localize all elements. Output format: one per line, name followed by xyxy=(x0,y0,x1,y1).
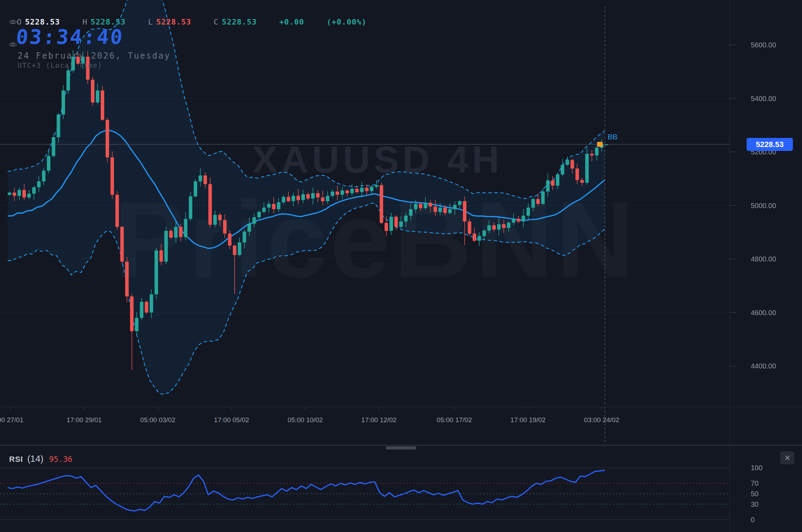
rsi-value: 95.36 xyxy=(49,455,72,464)
time-tick-label: 05:00 10/02 xyxy=(288,416,323,424)
close-label: C xyxy=(214,18,219,26)
rsi-tick-label: 70 xyxy=(751,479,758,487)
time-tick-label: 17:00 12/02 xyxy=(361,416,396,424)
rsi-tick-label: 100 xyxy=(751,464,762,472)
time-tick-label: 05:00 17/02 xyxy=(437,416,472,424)
current-price-badge: 5228.53 xyxy=(747,138,793,151)
price-tick-label: 4400.00 xyxy=(751,362,776,370)
price-tick-label: 5000.00 xyxy=(751,201,776,210)
time-tick-label: 05:00 03/02 xyxy=(140,416,175,424)
time-tick-label: 17:00 19/02 xyxy=(510,416,546,424)
rsi-tick-label: 50 xyxy=(751,490,758,498)
low-value: 5228.53 xyxy=(156,18,191,26)
low-label: L xyxy=(148,18,153,26)
rsi-close-button[interactable] xyxy=(780,451,794,464)
main-chart-area[interactable] xyxy=(0,0,730,407)
price-tick-label: 4600.00 xyxy=(751,308,776,317)
close-value: 5228.53 xyxy=(222,18,257,26)
time-tick-label: 17:00 05/02 xyxy=(214,416,249,424)
time-tick-label: 17:00 29/01 xyxy=(67,416,102,424)
price-tick-label: 4800.00 xyxy=(751,255,776,263)
change-percent: (+0.00%) xyxy=(327,18,367,26)
close-icon xyxy=(785,455,790,460)
change-value: +0.00 xyxy=(279,18,304,26)
rsi-tick-label: 0 xyxy=(751,516,755,524)
rsi-tick-label: 30 xyxy=(751,500,758,508)
timezone-text: UTC+3 (Local Time) xyxy=(18,61,102,69)
rsi-indicator-header[interactable]: RSI (14) 95.36 xyxy=(9,453,72,464)
rsi-period: (14) xyxy=(27,453,44,464)
time-axis[interactable] xyxy=(0,407,730,446)
time-tick-label: 03:00 24/02 xyxy=(584,416,619,424)
time-tick-label: 00 27/01 xyxy=(0,416,24,424)
countdown-clock: 03:34:40 xyxy=(15,25,125,48)
date-text: 24 February 2026, Tuesday xyxy=(18,51,171,61)
price-tick-label: 5600.00 xyxy=(751,41,776,49)
pane-resize-grip[interactable] xyxy=(386,446,416,450)
price-tick-label: 5400.00 xyxy=(751,94,776,102)
rsi-title: RSI xyxy=(9,455,23,464)
eye-icon[interactable] xyxy=(9,19,17,25)
rsi-pane-area[interactable] xyxy=(0,451,730,532)
